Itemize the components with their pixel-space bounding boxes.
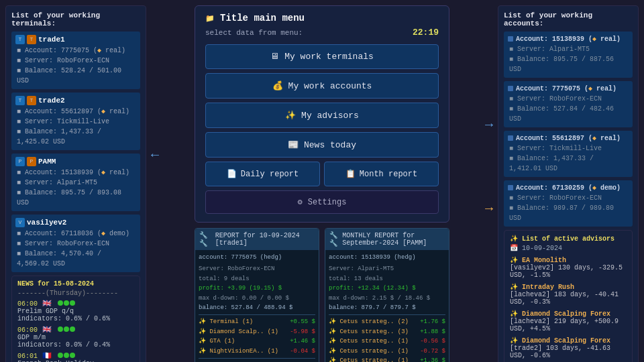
advisor-stats: [trade2] 103 days, -41.63 USD, -0.6% (510, 345, 627, 359)
advisor-card: ✨ EA Monolith [vasilyev2] 130 days, -329… (510, 256, 627, 279)
news-icon: 📰 (288, 139, 299, 150)
accounts-button[interactable]: 💰 My work accounts (205, 73, 439, 99)
arrow-left-icon: ← (151, 147, 159, 163)
account-name: Account: 7775075 (◆ real) (516, 84, 616, 93)
news-item: 06:00 🇬🇧 Prelim GDP q/qindicators: 0.6% … (17, 299, 134, 322)
advisors-section-title: ✨ List of active advisors (510, 235, 627, 243)
terminal-name: PAMM (38, 158, 56, 166)
account-detail: ■ Server: Tickmill-Live■ Balance: 1,437.… (508, 143, 629, 174)
left-terminals-panel: List of your working terminals: TTtrade1… (5, 5, 146, 362)
account-icon: 💰 (272, 80, 283, 91)
terminal-name: trade1 (38, 36, 65, 44)
terminal-item[interactable]: TTtrade2■ Account: 55612897 (◆ real)■ Se… (11, 93, 140, 150)
account-dot (508, 185, 513, 190)
news-divider: -------(Thursday)-------- (17, 290, 134, 297)
menu-title: Title main menu (220, 13, 305, 23)
advisor-card: ✨ Diamond Scalping Forex [lacheva2] 219 … (510, 310, 627, 333)
month-report-header: 🔧🔧 MONTHLY REPORT for September-2024 [PA… (325, 229, 449, 250)
account-item[interactable]: Account: 15138939 (◆ real) ■ Server: Alp… (504, 32, 633, 78)
daily-report-body: account: 7775075 (hedg) Server: RoboFore… (195, 250, 319, 362)
account-name: Account: 67130259 (◆ demo) (516, 184, 621, 192)
terminals-panel-title: List of your working terminals: (11, 11, 140, 27)
account-item[interactable]: Account: 67130259 (◆ demo) ■ Server: Rob… (504, 180, 633, 227)
news-header: NEWS for 15-08-2024 (17, 280, 134, 288)
advisor-stats: [lacheva2] 219 days, +500.9 USD, +4.5% (510, 318, 627, 333)
main-menu-box: 📁 Title main menu select data from menu:… (195, 5, 449, 223)
settings-icon: ⚙ (298, 197, 303, 207)
advisor-name: ✨ Intraday Rush (510, 283, 627, 291)
terminal-name: vasilyev2 (27, 219, 66, 227)
month-report-icon: 📋 (345, 169, 356, 179)
daily-report-button[interactable]: 📄 Daily report (205, 162, 320, 186)
account-detail: ■ Server: RoboForex-ECN■ Balance: 527.84… (508, 94, 629, 124)
advisor-stats: [lacheva2] 183 days, -40.41 USD, -0.3% (510, 291, 627, 306)
account-dot (508, 135, 513, 141)
daily-header-icons: 🔧🔧 (199, 231, 213, 247)
accounts-panel-title: List of your working accounts: (504, 11, 633, 27)
account-detail: ■ Server: Alpari-MT5■ Balance: 895.75 / … (508, 44, 629, 74)
arrow-right-accounts-icon: → (485, 117, 493, 133)
right-accounts-panel: List of your working accounts: Account: … (498, 5, 639, 362)
advisor-name: ✨ Diamond Scalping Forex (510, 310, 627, 318)
terminal-item[interactable]: TTtrade1■ Account: 7775075 (◆ real)■ Ser… (11, 32, 140, 89)
news-section: NEWS for 15-08-2024 -------(Thursday)---… (11, 276, 140, 362)
advisor-icon: ✨ (285, 110, 296, 121)
news-button[interactable]: 📰 News today (205, 132, 439, 158)
advisors-section: ✨ List of active advisors 📅 10-09-2024 ✨… (504, 230, 633, 362)
terminal-name: trade2 (38, 97, 65, 105)
advisors-date: 📅 10-09-2024 (510, 244, 627, 252)
terminal-item[interactable]: Vvasilyev2■ Account: 67118036 (◆ demo)■ … (11, 215, 140, 272)
account-name: Account: 15138939 (◆ real) (516, 35, 621, 43)
account-dot (508, 36, 513, 42)
advisor-name: ✨ EA Monolith (510, 256, 627, 264)
account-name: Account: 55612897 (◆ real) (516, 134, 621, 142)
account-item[interactable]: Account: 7775075 (◆ real) ■ Server: Robo… (504, 81, 633, 127)
daily-report-box: 🔧🔧 REPORT for 10-09-2024 [trade1] accoun… (195, 228, 319, 362)
advisor-card: ✨ Intraday Rush [lacheva2] 183 days, -40… (510, 283, 627, 306)
advisors-button[interactable]: ✨ My advisors (205, 103, 439, 128)
terminal-item[interactable]: PPPAMM■ Account: 15138939 (◆ real)■ Serv… (11, 154, 140, 211)
account-detail: ■ Server: RoboForex-ECN■ Balance: 989.87… (508, 193, 629, 223)
news-item: 06:01 🇫🇷 French Bank Holidayindicators: … (17, 351, 134, 362)
month-header-icons: 🔧🔧 (329, 231, 339, 247)
report-panels: 🔧🔧 REPORT for 10-09-2024 [trade1] accoun… (195, 228, 449, 362)
month-report-box: 🔧🔧 MONTHLY REPORT for September-2024 [PA… (325, 228, 449, 362)
account-item[interactable]: Account: 55612897 (◆ real) ■ Server: Tic… (504, 131, 633, 177)
folder-icon: 📁 (205, 14, 215, 23)
center-menu-panel: 📁 Title main menu select data from menu:… (195, 5, 449, 362)
advisor-card: ✨ Diamond Scalping Forex [trade2] 103 da… (510, 337, 627, 359)
advisor-stats: [vasilyev2] 130 days, -329.5 USD, -1.5% (510, 264, 627, 279)
account-dot (508, 86, 513, 91)
monitor-icon: 🖥 (270, 52, 279, 62)
settings-button[interactable]: ⚙ Settings (205, 190, 439, 214)
arrow-right-advisors-icon: → (485, 201, 493, 217)
menu-time: 22:19 (413, 27, 439, 38)
terminals-button[interactable]: 🖥 My work terminals (205, 44, 439, 69)
news-item: 06:00 🇬🇧 GDP m/mindicators: 0.0% / 0.4% (17, 325, 134, 349)
advisor-name: ✨ Diamond Scalping Forex (510, 337, 627, 345)
menu-subtitle: select data from menu: (205, 29, 303, 37)
daily-report-header: 🔧🔧 REPORT for 10-09-2024 [trade1] (195, 229, 319, 250)
month-report-button[interactable]: 📋 Month report (324, 162, 439, 186)
daily-report-icon: 📄 (227, 169, 237, 179)
month-report-body: account: 15138939 (hedg) Server: Alpari-… (325, 250, 449, 362)
